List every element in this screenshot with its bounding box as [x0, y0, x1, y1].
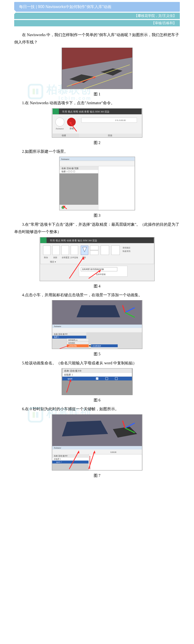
svg-marker-109 — [62, 421, 108, 436]
svg-marker-90 — [88, 345, 90, 347]
svg-text:✓: ✓ — [96, 378, 98, 380]
figure-7-svg: Animator 0:00.00 名称 活动 循 P.P. ⊟场景 1 spor… — [52, 414, 142, 470]
step-3-text: 3.在"常用"选项卡下点击"选择"，并选择"选取精度：最高层级对象"。（此操作的… — [14, 221, 180, 236]
svg-text:⊟场景 1: ⊟场景 1 — [54, 458, 61, 460]
figure-3-caption: 图 3 — [14, 212, 180, 219]
svg-text:附加: 附加 — [44, 256, 48, 259]
step-1-text: 1.在 Navisworks 动画选项卡下，点击"Animator"命令。 — [14, 99, 180, 107]
figure-6: 名称 活动 循 P.P. ⊟场景 1 sport ✓ — [62, 368, 133, 395]
svg-marker-73 — [76, 305, 120, 318]
svg-text:录制: 录制 — [69, 127, 74, 130]
figure-7: Animator 0:00.00 名称 活动 循 P.P. ⊟场景 1 spor… — [52, 414, 142, 470]
svg-rect-24 — [81, 118, 137, 122]
svg-text:添加动画集: 添加动画集 — [68, 345, 77, 347]
svg-rect-31 — [59, 161, 135, 166]
figure-1 — [62, 48, 133, 89]
svg-text:回放: 回放 — [108, 134, 112, 137]
figure-3-svg: Animator 名称 活动 循 无限 场景 1 ☐ ☐ ☐ — [59, 157, 135, 210]
figure-5-svg: Animator 名称 活动 循 P.P. 场景 1 添加场景(A) 添加相机 … — [52, 300, 142, 349]
svg-text:项目 ▾: 项目 ▾ — [50, 260, 56, 263]
figure-1-caption: 图 1 — [14, 90, 180, 98]
figure-4-caption: 图 4 — [14, 282, 180, 290]
figure-6-svg: 名称 活动 循 P.P. ⊟场景 1 sport ✓ — [62, 368, 132, 395]
svg-text:⊟场景 1: ⊟场景 1 — [64, 374, 73, 376]
svg-text:从当前选择: 从当前选择 — [92, 345, 101, 347]
svg-rect-29 — [59, 157, 135, 161]
figure-6-caption: 图 6 — [14, 396, 180, 404]
svg-text:刷新: 刷新 — [53, 256, 57, 259]
svg-rect-79 — [52, 328, 142, 332]
svg-text:全部重置: 全部重置 — [61, 256, 69, 259]
svg-text:查找项目: 查找项目 — [122, 247, 130, 249]
svg-rect-50 — [61, 246, 69, 255]
author-line: 【攀枝花学院，文/王义佳】 — [14, 13, 180, 19]
svg-rect-116 — [52, 450, 142, 454]
svg-rect-15 — [53, 108, 59, 114]
header-banner: 每日一技 | 900 Navisworks中如何制作"倒车入库"动画 — [14, 2, 180, 12]
article-title: 每日一技 | 900 Navisworks中如何制作"倒车入库"动画 — [19, 4, 177, 10]
step-6-text: 6.在 0 秒时刻为此时的小车捕捉一个关键帧，如图所示。 — [14, 405, 180, 413]
article-body: 在 Navisworks 中，我们怎样制作一个简单的"倒车入库"动画呢？如图所示… — [0, 31, 194, 479]
svg-point-18 — [55, 118, 64, 126]
svg-text:Animator: Animator — [54, 325, 61, 328]
svg-text:Animator: Animator — [54, 447, 61, 449]
step-5-text: 5.给该动画集命名。（命名只能输入字母或者从 word 中复制粘贴） — [14, 360, 180, 367]
svg-rect-58 — [90, 250, 98, 255]
figure-1-svg — [62, 48, 132, 89]
svg-rect-37 — [98, 166, 135, 210]
svg-text:添加场景(A): 添加场景(A) — [68, 340, 77, 342]
svg-text:常用  视点  审阅  动画  查看  输出  BIM 36: 常用 视点 审阅 动画 查看 输出 BIM 360 渲染 — [50, 239, 97, 242]
svg-rect-93 — [91, 347, 118, 349]
svg-text:名称     活动  循   无限: 名称 活动 循 无限 — [61, 167, 78, 170]
svg-text:名称            活动   循   P.P.: 名称 活动 循 P.P. — [64, 370, 81, 372]
svg-rect-43 — [40, 238, 46, 243]
svg-rect-60 — [111, 246, 120, 255]
reviewer-line: 【审核/吕栋和】 — [14, 20, 180, 26]
svg-text:快速查找: 快速查找 — [122, 250, 130, 252]
svg-text:创建: 创建 — [62, 134, 66, 137]
svg-text:场景 1      ☐    ☐    ☐: 场景 1 ☐ ☐ ☐ — [61, 170, 75, 173]
svg-text:Animator: Animator — [55, 127, 64, 130]
svg-rect-59 — [101, 246, 109, 255]
svg-rect-105 — [62, 380, 132, 395]
svg-text:0:00.00: 0:00.00 — [110, 451, 116, 453]
svg-rect-36 — [59, 174, 98, 205]
figure-4: 常用 视点 审阅 动画 查看 输出 BIM 360 渲染 附加 刷新 全部重置 … — [40, 237, 155, 281]
svg-rect-52 — [71, 246, 78, 255]
figure-5-caption: 图 5 — [14, 350, 180, 358]
svg-text:名称   活动 循  P.P.: 名称 活动 循 P.P. — [54, 333, 67, 335]
svg-rect-124 — [88, 454, 142, 470]
svg-text:文件选项: 文件选项 — [70, 256, 78, 259]
figure-4-svg: 常用 视点 审阅 动画 查看 输出 BIM 360 渲染 附加 刷新 全部重置 … — [40, 238, 154, 281]
svg-point-20 — [67, 118, 76, 126]
figure-2-svg: 常用 视点 审阅 动画 查看 输出 BIM 360 渲染 Animator 录制… — [52, 108, 142, 138]
svg-text:常用  视点  审阅  动画  查看  输出  BIM 36: 常用 视点 审阅 动画 查看 输出 BIM 360 渲染 — [62, 110, 109, 113]
intro-paragraph: 在 Navisworks 中，我们怎样制作一个简单的"倒车入库"动画呢？如图所示… — [14, 31, 180, 46]
svg-rect-17 — [53, 114, 142, 134]
figure-5: Animator 名称 活动 循 P.P. 场景 1 添加场景(A) 添加相机 … — [52, 300, 142, 349]
svg-text:sport: sport — [67, 377, 72, 380]
svg-text:场景 1: 场景 1 — [53, 336, 59, 338]
svg-rect-57 — [90, 246, 98, 250]
figure-2-caption: 图 2 — [14, 139, 180, 146]
svg-text:sport   ✓: sport ✓ — [56, 461, 62, 463]
step-2-text: 2.如图所示新建一个场景。 — [14, 148, 180, 155]
svg-text:选择和搜索: 选择和搜索 — [96, 273, 106, 276]
svg-text:Animator: Animator — [61, 158, 69, 160]
svg-text:0  %  0:00.00: 0 % 0:00.00 — [115, 119, 126, 122]
svg-rect-77 — [52, 324, 142, 328]
svg-text:名称   活动 循  P.P.: 名称 活动 循 P.P. — [54, 455, 67, 457]
svg-rect-46 — [43, 246, 50, 255]
figure-7-caption: 图 7 — [14, 472, 180, 479]
figure-2: 常用 视点 审阅 动画 查看 输出 BIM 360 渲染 Animator 录制… — [52, 108, 142, 138]
figure-3: Animator 名称 活动 循 无限 场景 1 ☐ ☐ ☐ — [59, 157, 135, 210]
step-4-text: 4.点击小车，并用鼠标右键点击场景一，在场景一下添加一个动画集。 — [14, 291, 180, 299]
svg-text:添加相机: 添加相机 — [68, 342, 75, 344]
svg-rect-48 — [52, 246, 60, 255]
svg-rect-114 — [52, 446, 142, 450]
